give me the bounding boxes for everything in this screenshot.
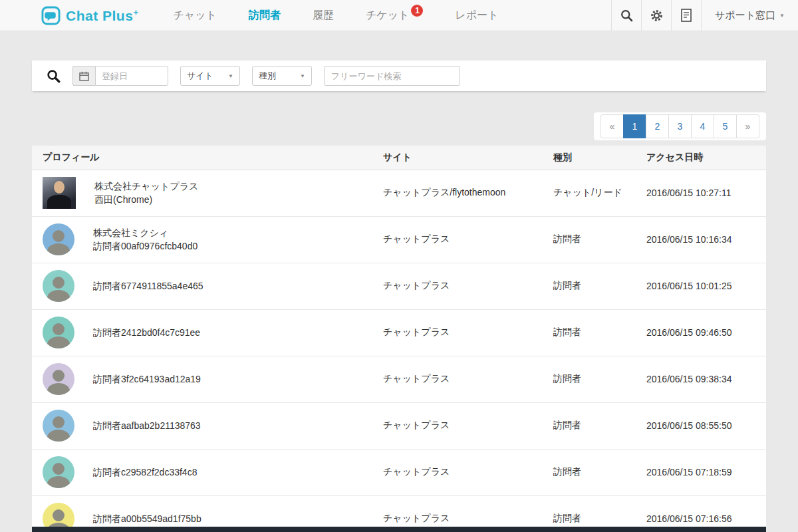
nav-item-history-label: 履歴	[313, 9, 334, 23]
nav-item-visitors-label: 訪問者	[249, 9, 281, 23]
bottom-bar	[32, 527, 766, 532]
visitor-avatar	[43, 363, 74, 395]
chatplus-logo-icon	[41, 6, 61, 25]
site-select-label: サイト	[187, 70, 213, 82]
type-select[interactable]: 種別 ▼	[252, 66, 312, 86]
ticket-count-badge: 1	[411, 5, 423, 17]
type-cell: 訪問者	[543, 309, 636, 356]
visitor-avatar	[43, 223, 74, 255]
site-cell: チャットプラス	[372, 216, 543, 263]
access-cell: 2016/06/15 10:16:34	[636, 216, 766, 263]
account-menu-label: サポート窓口	[715, 9, 775, 22]
calendar-icon	[79, 71, 89, 81]
pagination-page-2[interactable]: 2	[646, 114, 669, 138]
visitor-avatar	[43, 270, 74, 302]
document-button[interactable]	[671, 0, 701, 31]
nav-item-reports-label: レポート	[455, 9, 498, 23]
type-cell: 訪問者	[543, 263, 636, 309]
nav-item-tickets-label: チケット	[366, 9, 410, 23]
pagination-prev[interactable]: «	[600, 114, 624, 138]
pagination-page-4[interactable]: 4	[691, 114, 714, 138]
table-row[interactable]: 訪問者c29582f2dc33f4c8 チャットプラス 訪問者 2016/06/…	[32, 449, 766, 495]
access-cell: 2016/06/15 08:55:50	[636, 402, 766, 449]
site-select[interactable]: サイト ▼	[180, 66, 240, 86]
header-access: アクセス日時	[636, 146, 766, 170]
nav-item-visitors[interactable]: 訪問者	[233, 0, 297, 31]
site-cell: チャットプラス	[372, 402, 543, 449]
search-icon	[620, 9, 633, 22]
top-navbar: Chat Plus+ チャット 訪問者 履歴 チケット1 レポート	[0, 0, 798, 31]
visitor-sub: 訪問者00af0976cfcb40d0	[93, 239, 198, 253]
table-header-row: プロフィール サイト 種別 アクセス日時	[32, 146, 766, 170]
visitor-name: 訪問者3f2c64193ad12a19	[93, 372, 201, 386]
access-cell: 2016/06/15 10:01:25	[636, 263, 766, 309]
nav-item-tickets[interactable]: チケット1	[350, 0, 440, 31]
settings-button[interactable]	[641, 0, 671, 31]
pagination-page-1[interactable]: 1	[623, 114, 646, 138]
access-cell: 2016/06/15 09:46:50	[636, 309, 766, 356]
site-cell: チャットプラス	[372, 309, 543, 356]
calendar-button[interactable]	[72, 66, 95, 86]
type-cell: 訪問者	[543, 402, 636, 449]
visitor-avatar	[43, 410, 74, 442]
filter-bar: サイト ▼ 種別 ▼	[32, 61, 766, 91]
header-type: 種別	[543, 146, 636, 170]
nav-item-chat[interactable]: チャット	[157, 0, 233, 31]
navbar-search-button[interactable]	[611, 0, 641, 31]
type-cell: 訪問者	[543, 356, 636, 402]
type-cell: チャット/リード	[543, 170, 636, 216]
access-cell: 2016/06/15 10:27:11	[636, 170, 766, 216]
date-filter-group	[72, 66, 168, 86]
table-row[interactable]: 訪問者aafbab2b21138763 チャットプラス 訪問者 2016/06/…	[32, 402, 766, 449]
main-nav: チャット 訪問者 履歴 チケット1 レポート	[157, 0, 514, 31]
pagination-row: « 1 2 3 4 5 »	[32, 112, 766, 140]
table-row[interactable]: 株式会社ミクシィ 訪問者00af0976cfcb40d0 チャットプラス 訪問者…	[32, 216, 766, 263]
table-row[interactable]: 訪問者6774911855a4e465 チャットプラス 訪問者 2016/06/…	[32, 263, 766, 309]
table-row[interactable]: 訪問者3f2c64193ad12a19 チャットプラス 訪問者 2016/06/…	[32, 356, 766, 402]
visitor-name: 訪問者a00b5549ad1f75bb	[93, 512, 201, 525]
visitor-name: 訪問者6774911855a4e465	[93, 279, 203, 293]
access-cell: 2016/06/15 09:38:34	[636, 356, 766, 402]
app-logo-text: Chat Plus+	[66, 7, 138, 24]
document-icon	[681, 9, 692, 22]
visitor-name: 訪問者aafbab2b21138763	[93, 419, 201, 432]
gear-icon	[650, 9, 664, 23]
visitor-name: 訪問者2412bd0f4c7c91ee	[93, 326, 200, 339]
chevron-down-icon: ▼	[228, 73, 233, 79]
nav-item-history[interactable]: 履歴	[297, 0, 350, 31]
nav-item-reports[interactable]: レポート	[439, 0, 514, 31]
pagination-page-3[interactable]: 3	[668, 114, 692, 138]
keyword-search-input[interactable]	[324, 66, 460, 86]
pagination-page-5[interactable]: 5	[714, 114, 737, 138]
visitor-name: 訪問者c29582f2dc33f4c8	[93, 466, 197, 479]
site-cell: チャットプラス	[372, 449, 543, 495]
visitor-avatar	[43, 456, 74, 488]
site-cell: チャットプラス	[372, 356, 543, 402]
visitor-avatar	[43, 317, 74, 348]
filter-search-icon	[47, 69, 61, 83]
site-cell: チャットプラス/flytothemoon	[372, 170, 543, 216]
type-select-label: 種別	[259, 70, 276, 82]
visitor-name: 株式会社ミクシィ	[93, 226, 198, 239]
table-row[interactable]: 訪問者2412bd0f4c7c91ee チャットプラス 訪問者 2016/06/…	[32, 309, 766, 356]
header-site: サイト	[372, 146, 543, 170]
pagination: « 1 2 3 4 5 »	[594, 112, 766, 140]
type-cell: 訪問者	[543, 216, 636, 263]
visitor-photo-avatar	[43, 177, 76, 209]
pagination-next[interactable]: »	[736, 114, 759, 138]
main-content: サイト ▼ 種別 ▼ « 1 2 3 4 5 » プロフィール サイト 種別 ア…	[0, 61, 798, 532]
site-cell: チャットプラス	[372, 263, 543, 309]
access-cell: 2016/06/15 07:18:59	[636, 449, 766, 495]
visitors-table: プロフィール サイト 種別 アクセス日時 株式会社チャットプラス 西田(Chro…	[32, 146, 766, 532]
nav-item-chat-label: チャット	[173, 9, 217, 23]
chevron-down-icon: ▼	[300, 73, 305, 79]
navbar-right: サポート窓口 ▼	[611, 0, 798, 31]
table-row[interactable]: 株式会社チャットプラス 西田(Chrome) チャットプラス/flytothem…	[32, 170, 766, 216]
app-logo[interactable]: Chat Plus+	[0, 0, 138, 31]
visitor-sub: 西田(Chrome)	[94, 193, 198, 206]
chevron-down-icon: ▼	[779, 13, 785, 19]
registration-date-input[interactable]	[95, 66, 168, 86]
account-menu[interactable]: サポート窓口 ▼	[701, 0, 798, 31]
visitor-name: 株式会社チャットプラス	[94, 180, 198, 193]
type-cell: 訪問者	[543, 449, 636, 495]
